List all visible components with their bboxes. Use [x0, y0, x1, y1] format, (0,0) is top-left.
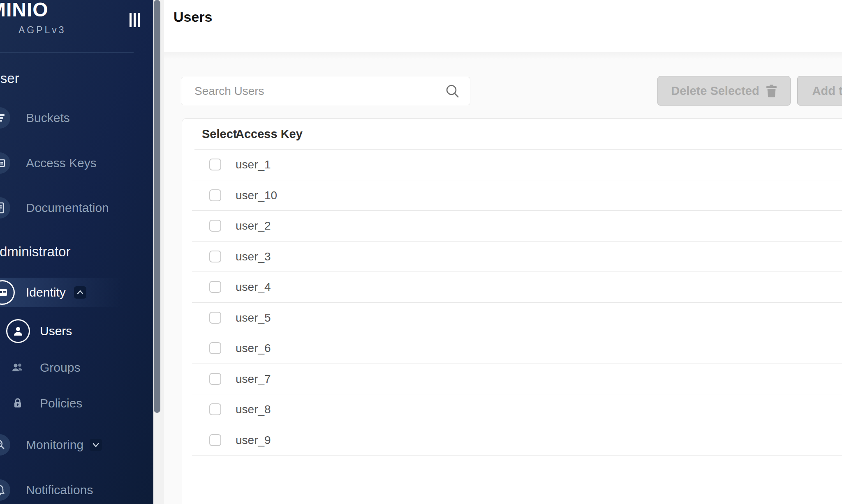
table-row: user_5 [182, 303, 842, 334]
row-checkbox[interactable] [209, 251, 221, 262]
sidebar-item-documentation[interactable]: Documentation [0, 193, 153, 223]
bell-icon [0, 479, 10, 501]
sidebar-item-monitoring[interactable]: Monitoring [0, 430, 153, 460]
sidebar-item-access-keys[interactable]: Access Keys [0, 148, 153, 178]
table-row: user_3 [182, 242, 842, 272]
access-key-cell: user_10 [236, 180, 277, 211]
sidebar-divider [0, 52, 134, 53]
search-icon [444, 83, 461, 100]
row-checkbox[interactable] [209, 434, 221, 446]
collapse-sidebar-icon[interactable] [130, 13, 140, 27]
sidebar-item-policies[interactable]: Policies [0, 389, 153, 418]
access-key-cell: user_8 [236, 394, 271, 425]
users-table-panel: Select Access Key user_1user_10user_2use… [182, 118, 842, 504]
row-checkbox[interactable] [209, 281, 221, 293]
lock-icon [12, 398, 23, 409]
sidebar-item-buckets[interactable]: Buckets [0, 103, 153, 133]
delete-selected-button[interactable]: Delete Selected [657, 76, 791, 106]
access-key-cell: user_3 [236, 242, 271, 272]
table-row: user_7 [182, 364, 842, 395]
row-checkbox[interactable] [209, 220, 221, 232]
delete-selected-label: Delete Selected [671, 84, 759, 98]
sidebar-section-administrator: Administrator [0, 244, 70, 260]
chevron-down-icon[interactable] [90, 439, 102, 451]
users-table-body: user_1user_10user_2user_3user_4user_5use… [182, 150, 842, 456]
sidebar-scrollbar-track [153, 0, 164, 504]
sidebar-item-notifications[interactable]: Notifications [0, 475, 153, 504]
sidebar-item-groups[interactable]: Groups [0, 353, 153, 382]
access-key-cell: user_4 [236, 272, 271, 303]
access-key-cell: user_5 [236, 303, 271, 334]
bucket-icon [0, 107, 10, 129]
access-key-cell: user_1 [236, 150, 271, 180]
access-key-card-icon [0, 152, 10, 174]
row-checkbox[interactable] [209, 403, 221, 415]
table-row: user_4 [182, 272, 842, 303]
search-box [181, 77, 470, 105]
sidebar-item-users[interactable]: Users [0, 316, 153, 346]
monitor-search-icon [0, 434, 10, 456]
license-label: AGPLv3 [19, 25, 66, 36]
table-row: user_10 [182, 180, 842, 211]
access-key-cell: user_2 [236, 211, 271, 242]
sidebar-scrollbar-thumb[interactable] [154, 0, 160, 413]
user-icon [6, 319, 30, 343]
table-row: user_9 [182, 425, 842, 456]
table-row: user_6 [182, 333, 842, 364]
chevron-up-icon[interactable] [74, 286, 86, 299]
add-to-group-button[interactable]: Add to Group [797, 76, 842, 106]
row-checkbox[interactable] [209, 189, 221, 201]
group-icon [12, 362, 23, 373]
access-key-cell: user_9 [236, 425, 271, 456]
access-key-cell: user_7 [236, 364, 271, 395]
table-row: user_8 [182, 394, 842, 425]
row-checkbox[interactable] [209, 159, 221, 170]
document-icon [0, 197, 10, 219]
minio-logo: MINIO [0, 0, 49, 21]
sidebar: MINIO AGPLv3 User Buckets Access Keys Do… [0, 0, 153, 504]
row-checkbox[interactable] [209, 342, 221, 354]
access-key-cell: user_6 [236, 333, 271, 364]
minio-console: { "colors":{ "sidebar_bg_top":"#1a2c50",… [0, 0, 842, 504]
row-checkbox[interactable] [209, 312, 221, 324]
page-title: Users [173, 9, 213, 25]
page-header: Users [164, 0, 842, 52]
identity-card-icon [0, 280, 15, 305]
search-input[interactable] [181, 77, 470, 105]
column-header-access-key: Access Key [236, 119, 303, 150]
table-row: user_1 [182, 150, 842, 180]
table-header-row: Select Access Key [182, 119, 842, 150]
trash-icon [766, 85, 777, 97]
table-row: user_2 [182, 211, 842, 242]
add-to-group-label: Add to Group [812, 84, 842, 98]
row-checkbox[interactable] [209, 373, 221, 385]
column-header-select: Select [202, 119, 230, 150]
sidebar-item-identity[interactable]: Identity [0, 278, 153, 307]
sidebar-section-user: User [0, 71, 19, 86]
